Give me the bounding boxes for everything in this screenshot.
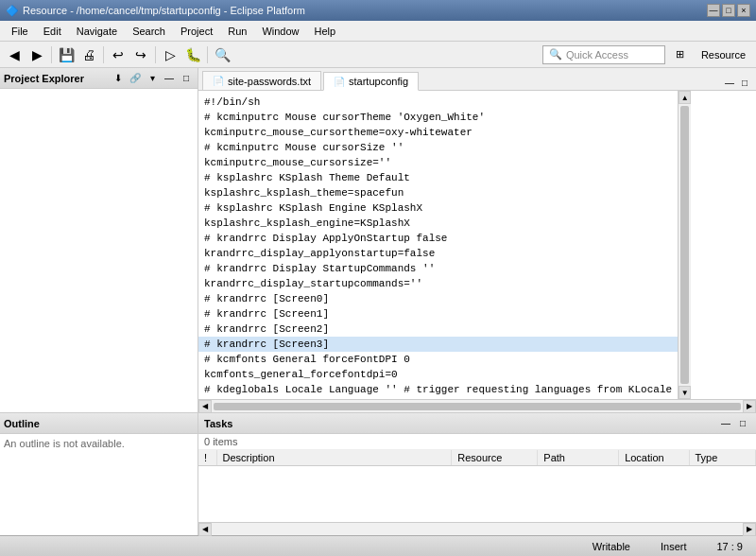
toolbar-right: 🔍 Quick Access ⊞ Resource	[542, 45, 752, 64]
tasks-maximize-button[interactable]: □	[735, 416, 750, 431]
tasks-scroll-left[interactable]: ◀	[198, 523, 212, 536]
tasks-scrollbar[interactable]: ◀ ▶	[198, 522, 756, 535]
maximize-button[interactable]: □	[722, 4, 735, 17]
view-menu-button[interactable]: ▾	[145, 71, 160, 86]
app-icon: 🔷	[6, 5, 19, 17]
toolbar-sep-2	[103, 46, 104, 63]
search-icon-btn[interactable]: 🔍	[212, 44, 232, 65]
editor-with-scrollbar: #!/bin/sh # kcminputrc Mouse cursorTheme…	[198, 91, 756, 399]
menu-help[interactable]: Help	[307, 24, 344, 39]
perspectives-button[interactable]: ⊞	[669, 45, 691, 63]
tasks-table: ! Description Resource Path Location Typ…	[198, 450, 756, 466]
col-path: Path	[538, 450, 619, 466]
redo-button[interactable]: ↪	[130, 44, 151, 65]
tab-site-passwords[interactable]: 📄 site-passwords.txt	[202, 71, 321, 90]
editor-minimize-button[interactable]: —	[722, 75, 737, 90]
titlebar-left: 🔷 Resource - /home/cancel/tmp/startupcon…	[6, 5, 305, 17]
project-explorer-title: Project Explorer	[4, 73, 84, 84]
titlebar: 🔷 Resource - /home/cancel/tmp/startupcon…	[0, 0, 756, 21]
tab-label-1: site-passwords.txt	[228, 76, 311, 87]
menu-project[interactable]: Project	[173, 24, 220, 39]
project-explorer-controls: ⬇ 🔗 ▾ — □	[111, 71, 194, 86]
col-severity: !	[198, 450, 216, 466]
tasks-panel: Tasks — □ 0 items ! Description Resource…	[198, 412, 756, 535]
left-panel: Project Explorer ⬇ 🔗 ▾ — □ Outline An ou…	[0, 68, 198, 535]
run-button[interactable]: ▷	[160, 44, 180, 65]
col-resource: Resource	[452, 450, 538, 466]
minimize-button[interactable]: —	[707, 4, 720, 17]
menu-file[interactable]: File	[4, 24, 36, 39]
main-layout: Project Explorer ⬇ 🔗 ▾ — □ Outline An ou…	[0, 68, 756, 535]
save-button[interactable]: 💾	[56, 44, 77, 65]
statusbar: Writable Insert 17 : 9	[0, 535, 756, 556]
outline-title: Outline	[4, 418, 40, 429]
resource-button[interactable]: Resource	[695, 46, 752, 63]
editor-main: #!/bin/sh # kcminputrc Mouse cursorTheme…	[198, 91, 756, 412]
tab-startupconfig[interactable]: 📄 startupconfig	[323, 72, 419, 91]
col-location: Location	[619, 450, 689, 466]
tasks-count: 0 items	[198, 434, 756, 450]
maximize-panel-button[interactable]: □	[179, 71, 194, 86]
toolbar-sep-1	[51, 46, 52, 63]
tab-label-2: startupconfig	[349, 76, 408, 87]
tasks-content: 0 items ! Description Resource Path Loca…	[198, 434, 756, 522]
toolbar-sep-3	[155, 46, 156, 63]
tasks-title: Tasks	[204, 418, 232, 429]
col-description: Description	[216, 450, 452, 466]
forward-button[interactable]: ▶	[26, 44, 47, 65]
outline-content: An outline is not available.	[0, 434, 198, 453]
scroll-thumb[interactable]	[680, 106, 689, 384]
titlebar-controls: — □ ×	[707, 4, 750, 17]
editor-tabs: 📄 site-passwords.txt 📄 startupconfig — □	[198, 68, 756, 91]
menu-search[interactable]: Search	[125, 24, 173, 39]
file-icon-1: 📄	[213, 76, 224, 86]
close-button[interactable]: ×	[737, 4, 750, 17]
quick-access-icon: 🔍	[549, 48, 562, 61]
undo-button[interactable]: ↩	[108, 44, 129, 65]
outline-message: An outline is not available.	[4, 438, 125, 449]
menu-window[interactable]: Window	[254, 24, 306, 39]
status-position: 17 : 9	[711, 541, 748, 552]
outline-panel: Outline An outline is not available.	[0, 412, 198, 535]
scroll-right-arrow[interactable]: ▶	[743, 400, 756, 413]
minimize-panel-button[interactable]: —	[162, 71, 177, 86]
scroll-left-arrow[interactable]: ◀	[198, 400, 212, 413]
tasks-minimize-button[interactable]: —	[718, 416, 733, 431]
menubar: File Edit Navigate Search Project Run Wi…	[0, 21, 756, 42]
quick-access-label: Quick Access	[566, 49, 628, 61]
menu-run[interactable]: Run	[220, 24, 254, 39]
outline-header: Outline	[0, 413, 198, 434]
debug-button[interactable]: 🐛	[182, 44, 203, 65]
scroll-down-arrow[interactable]: ▼	[679, 386, 691, 399]
editor-area: 📄 site-passwords.txt 📄 startupconfig — □…	[198, 68, 756, 535]
vertical-scrollbar[interactable]: ▲ ▼	[678, 91, 691, 399]
h-scroll-thumb[interactable]	[214, 403, 741, 410]
tasks-scroll-right[interactable]: ▶	[743, 523, 756, 536]
titlebar-title: Resource - /home/cancel/tmp/startupconfi…	[23, 5, 305, 16]
toolbar-sep-4	[207, 46, 208, 63]
scroll-up-arrow[interactable]: ▲	[679, 91, 691, 104]
collapse-all-button[interactable]: ⬇	[111, 71, 126, 86]
editor-content[interactable]: #!/bin/sh # kcminputrc Mouse cursorTheme…	[198, 91, 678, 399]
editor-maximize-button[interactable]: □	[737, 75, 752, 90]
project-explorer-header: Project Explorer ⬇ 🔗 ▾ — □	[0, 68, 198, 89]
status-insert: Insert	[655, 541, 693, 552]
tasks-controls: — □	[718, 416, 750, 431]
back-button[interactable]: ◀	[4, 44, 25, 65]
tasks-header: Tasks — □	[198, 413, 756, 434]
print-button[interactable]: 🖨	[78, 44, 99, 65]
menu-navigate[interactable]: Navigate	[69, 24, 125, 39]
main-toolbar: ◀ ▶ 💾 🖨 ↩ ↪ ▷ 🐛 🔍 🔍 Quick Access ⊞ Resou…	[0, 42, 756, 68]
quick-access-input[interactable]: 🔍 Quick Access	[542, 45, 665, 64]
file-icon-2: 📄	[334, 77, 345, 87]
link-editor-button[interactable]: 🔗	[128, 71, 143, 86]
project-explorer-content	[0, 89, 198, 412]
menu-edit[interactable]: Edit	[36, 24, 69, 39]
col-type: Type	[689, 450, 756, 466]
horizontal-scrollbar[interactable]: ◀ ▶	[198, 399, 756, 412]
status-writable: Writable	[587, 541, 636, 552]
